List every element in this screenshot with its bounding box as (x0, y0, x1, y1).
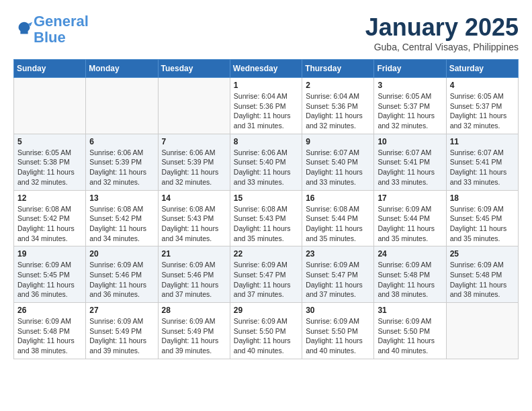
day-info: Sunrise: 6:06 AMSunset: 5:39 PMDaylight:… (162, 148, 226, 187)
calendar-cell: 10Sunrise: 6:07 AMSunset: 5:41 PMDayligh… (374, 134, 446, 190)
day-info: Sunrise: 6:07 AMSunset: 5:41 PMDaylight:… (378, 148, 442, 187)
calendar-cell: 19Sunrise: 6:09 AMSunset: 5:45 PMDayligh… (14, 246, 86, 303)
calendar-cell: 21Sunrise: 6:09 AMSunset: 5:46 PMDayligh… (158, 246, 230, 303)
calendar-cell: 16Sunrise: 6:08 AMSunset: 5:44 PMDayligh… (302, 190, 374, 246)
day-info: Sunrise: 6:08 AMSunset: 5:44 PMDaylight:… (306, 204, 370, 244)
calendar-cell: 5Sunrise: 6:05 AMSunset: 5:38 PMDaylight… (14, 134, 86, 190)
day-number: 22 (234, 249, 298, 259)
day-number: 20 (89, 249, 154, 259)
day-info: Sunrise: 6:07 AMSunset: 5:41 PMDaylight:… (450, 148, 515, 187)
calendar-cell: 1Sunrise: 6:04 AMSunset: 5:36 PMDaylight… (230, 78, 302, 134)
day-number: 28 (162, 306, 226, 315)
weekday-header-tuesday: Tuesday (158, 60, 230, 78)
day-info: Sunrise: 6:05 AMSunset: 5:38 PMDaylight:… (17, 148, 82, 187)
calendar-cell: 4Sunrise: 6:05 AMSunset: 5:37 PMDaylight… (446, 78, 518, 134)
day-number: 6 (89, 137, 154, 146)
day-number: 16 (306, 193, 370, 203)
day-number: 1 (234, 81, 298, 90)
day-info: Sunrise: 6:08 AMSunset: 5:43 PMDaylight:… (234, 204, 298, 244)
day-number: 21 (162, 249, 226, 259)
weekday-header-monday: Monday (86, 60, 158, 78)
calendar-week-row: 1Sunrise: 6:04 AMSunset: 5:36 PMDaylight… (14, 78, 519, 134)
day-number: 19 (17, 249, 82, 259)
calendar-cell: 7Sunrise: 6:06 AMSunset: 5:39 PMDaylight… (158, 134, 230, 190)
day-info: Sunrise: 6:08 AMSunset: 5:42 PMDaylight:… (89, 204, 154, 244)
day-info: Sunrise: 6:04 AMSunset: 5:36 PMDaylight:… (306, 91, 370, 131)
day-number: 26 (17, 306, 82, 315)
day-number: 29 (234, 306, 298, 315)
day-info: Sunrise: 6:09 AMSunset: 5:46 PMDaylight:… (162, 260, 226, 300)
logo-icon (15, 19, 34, 38)
day-info: Sunrise: 6:06 AMSunset: 5:39 PMDaylight:… (89, 148, 154, 187)
day-number: 14 (162, 193, 226, 203)
title-section: January 2025 Guba, Central Visayas, Phil… (365, 13, 519, 52)
day-number: 2 (306, 81, 370, 90)
calendar-cell: 11Sunrise: 6:07 AMSunset: 5:41 PMDayligh… (446, 134, 518, 190)
calendar-table: SundayMondayTuesdayWednesdayThursdayFrid… (13, 59, 519, 359)
day-number: 4 (450, 81, 515, 90)
calendar-cell: 14Sunrise: 6:08 AMSunset: 5:43 PMDayligh… (158, 190, 230, 246)
day-info: Sunrise: 6:06 AMSunset: 5:40 PMDaylight:… (234, 148, 298, 187)
calendar-cell: 2Sunrise: 6:04 AMSunset: 5:36 PMDaylight… (302, 78, 374, 134)
day-number: 3 (378, 81, 442, 90)
weekday-header-thursday: Thursday (302, 60, 374, 78)
day-info: Sunrise: 6:09 AMSunset: 5:50 PMDaylight:… (378, 316, 442, 356)
page-header: General Blue January 2025 Guba, Central … (13, 13, 519, 52)
day-info: Sunrise: 6:09 AMSunset: 5:50 PMDaylight:… (306, 316, 370, 356)
day-info: Sunrise: 6:04 AMSunset: 5:36 PMDaylight:… (234, 91, 298, 131)
calendar-cell: 26Sunrise: 6:09 AMSunset: 5:48 PMDayligh… (14, 303, 86, 359)
day-info: Sunrise: 6:05 AMSunset: 5:37 PMDaylight:… (378, 91, 442, 131)
calendar-week-row: 5Sunrise: 6:05 AMSunset: 5:38 PMDaylight… (14, 134, 519, 190)
day-number: 11 (450, 137, 515, 146)
day-info: Sunrise: 6:09 AMSunset: 5:47 PMDaylight:… (234, 260, 298, 300)
calendar-cell: 13Sunrise: 6:08 AMSunset: 5:42 PMDayligh… (86, 190, 158, 246)
day-number: 10 (378, 137, 442, 146)
weekday-header-row: SundayMondayTuesdayWednesdayThursdayFrid… (14, 60, 519, 78)
calendar-week-row: 12Sunrise: 6:08 AMSunset: 5:42 PMDayligh… (14, 190, 519, 246)
day-number: 25 (450, 249, 515, 259)
calendar-cell: 25Sunrise: 6:09 AMSunset: 5:48 PMDayligh… (446, 246, 518, 303)
calendar-cell (158, 78, 230, 134)
day-info: Sunrise: 6:09 AMSunset: 5:49 PMDaylight:… (162, 316, 226, 356)
day-info: Sunrise: 6:09 AMSunset: 5:49 PMDaylight:… (89, 316, 154, 356)
calendar-cell: 31Sunrise: 6:09 AMSunset: 5:50 PMDayligh… (374, 303, 446, 359)
calendar-cell: 27Sunrise: 6:09 AMSunset: 5:49 PMDayligh… (86, 303, 158, 359)
day-info: Sunrise: 6:05 AMSunset: 5:37 PMDaylight:… (450, 91, 515, 131)
calendar-cell (86, 78, 158, 134)
weekday-header-wednesday: Wednesday (230, 60, 302, 78)
day-number: 15 (234, 193, 298, 203)
logo-text: General Blue (34, 13, 89, 46)
calendar-cell: 9Sunrise: 6:07 AMSunset: 5:40 PMDaylight… (302, 134, 374, 190)
calendar-cell: 23Sunrise: 6:09 AMSunset: 5:47 PMDayligh… (302, 246, 374, 303)
day-number: 31 (378, 306, 442, 315)
day-number: 24 (378, 249, 442, 259)
calendar-cell: 29Sunrise: 6:09 AMSunset: 5:50 PMDayligh… (230, 303, 302, 359)
day-number: 9 (306, 137, 370, 146)
day-info: Sunrise: 6:08 AMSunset: 5:42 PMDaylight:… (17, 204, 82, 244)
calendar-cell: 28Sunrise: 6:09 AMSunset: 5:49 PMDayligh… (158, 303, 230, 359)
calendar-cell: 3Sunrise: 6:05 AMSunset: 5:37 PMDaylight… (374, 78, 446, 134)
calendar-cell: 20Sunrise: 6:09 AMSunset: 5:46 PMDayligh… (86, 246, 158, 303)
calendar-cell: 12Sunrise: 6:08 AMSunset: 5:42 PMDayligh… (14, 190, 86, 246)
day-info: Sunrise: 6:09 AMSunset: 5:48 PMDaylight:… (378, 260, 442, 300)
day-info: Sunrise: 6:09 AMSunset: 5:47 PMDaylight:… (306, 260, 370, 300)
day-number: 13 (89, 193, 154, 203)
calendar-cell (14, 78, 86, 134)
calendar-cell: 15Sunrise: 6:08 AMSunset: 5:43 PMDayligh… (230, 190, 302, 246)
day-info: Sunrise: 6:09 AMSunset: 5:45 PMDaylight:… (17, 260, 82, 300)
weekday-header-saturday: Saturday (446, 60, 518, 78)
day-info: Sunrise: 6:09 AMSunset: 5:48 PMDaylight:… (17, 316, 82, 356)
day-number: 30 (306, 306, 370, 315)
calendar-cell: 24Sunrise: 6:09 AMSunset: 5:48 PMDayligh… (374, 246, 446, 303)
day-number: 8 (234, 137, 298, 146)
calendar-cell (446, 303, 518, 359)
month-title: January 2025 (365, 13, 519, 42)
calendar-week-row: 19Sunrise: 6:09 AMSunset: 5:45 PMDayligh… (14, 246, 519, 303)
day-number: 7 (162, 137, 226, 146)
calendar-cell: 17Sunrise: 6:09 AMSunset: 5:44 PMDayligh… (374, 190, 446, 246)
day-info: Sunrise: 6:09 AMSunset: 5:44 PMDaylight:… (378, 204, 442, 244)
calendar-cell: 6Sunrise: 6:06 AMSunset: 5:39 PMDaylight… (86, 134, 158, 190)
location-title: Guba, Central Visayas, Philippines (365, 42, 519, 52)
day-number: 17 (378, 193, 442, 203)
day-number: 27 (89, 306, 154, 315)
